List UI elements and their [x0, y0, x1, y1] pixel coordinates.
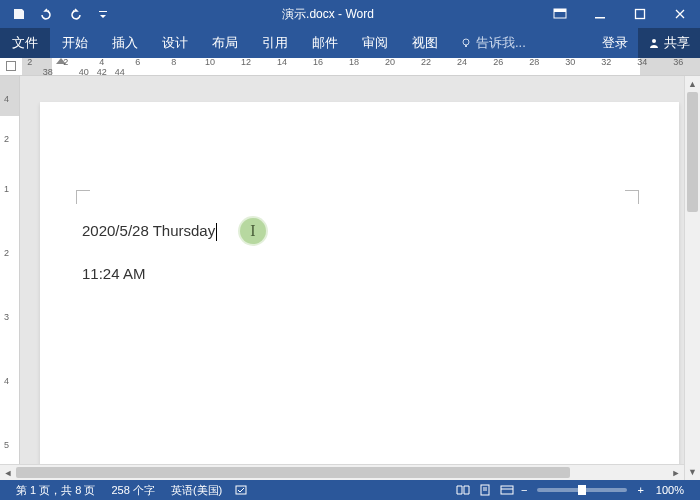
zoom-level[interactable]: 100% — [648, 484, 692, 496]
scrollbar-track[interactable] — [685, 92, 700, 464]
ruler-tick: 14 — [274, 58, 290, 67]
page[interactable]: 2020/5/28 Thursday I 11:24 AM — [40, 102, 679, 480]
scrollbar-thumb[interactable] — [16, 467, 570, 478]
share-button[interactable]: 共享 — [638, 28, 700, 58]
ruler-tick: 38 — [40, 67, 56, 77]
tab-selector[interactable] — [6, 61, 16, 71]
svg-rect-3 — [636, 10, 645, 19]
tell-me-label: 告诉我... — [476, 34, 526, 52]
ruler-vtick: 4 — [4, 376, 9, 386]
tab-view[interactable]: 视图 — [400, 28, 450, 58]
sign-in-button[interactable]: 登录 — [592, 28, 638, 58]
horizontal-scrollbar[interactable]: ◄ ► — [0, 464, 684, 480]
margin-corner-tr — [625, 190, 639, 204]
ruler-vtick: 5 — [4, 440, 9, 450]
tell-me-search[interactable]: 告诉我... — [450, 28, 536, 58]
tab-references[interactable]: 引用 — [250, 28, 300, 58]
zoom-in-button[interactable]: + — [633, 484, 647, 496]
document-body[interactable]: 2020/5/28 Thursday I 11:24 AM — [40, 102, 679, 346]
tab-mailings[interactable]: 邮件 — [300, 28, 350, 58]
ruler-tick: 36 — [671, 58, 687, 67]
close-button[interactable] — [660, 0, 700, 28]
scroll-right-button[interactable]: ► — [668, 465, 684, 480]
scroll-up-button[interactable]: ▲ — [685, 76, 700, 92]
share-icon — [648, 37, 660, 49]
zoom-out-button[interactable]: − — [517, 484, 531, 496]
ruler-tick: 20 — [382, 58, 398, 67]
web-layout-button[interactable] — [497, 481, 517, 499]
svg-rect-5 — [465, 45, 467, 47]
page-number-status[interactable]: 第 1 页，共 8 页 — [8, 483, 103, 498]
svg-point-4 — [463, 39, 469, 45]
scrollbar-track[interactable] — [16, 465, 668, 480]
zoom-slider-knob[interactable] — [578, 485, 586, 495]
status-bar: 第 1 页，共 8 页 258 个字 英语(美国) − + 100% — [0, 480, 700, 500]
svg-rect-7 — [236, 486, 246, 494]
print-layout-icon — [479, 484, 491, 496]
tab-home[interactable]: 开始 — [50, 28, 100, 58]
ruler-tick: 32 — [599, 58, 615, 67]
ruler-tick: 2 — [22, 58, 38, 67]
ruler-vtick: 4 — [4, 94, 9, 104]
document-area[interactable]: 2020/5/28 Thursday I 11:24 AM — [20, 76, 700, 480]
maximize-icon — [634, 8, 646, 20]
text-line[interactable]: 2020/5/28 Thursday I — [82, 222, 637, 241]
svg-rect-2 — [595, 17, 605, 19]
ruler-tick: 12 — [238, 58, 254, 67]
read-mode-icon — [456, 484, 470, 496]
ribbon-display-options-button[interactable] — [540, 0, 580, 28]
undo-button[interactable] — [34, 2, 60, 26]
web-layout-icon — [500, 484, 514, 496]
save-icon — [12, 7, 26, 21]
read-mode-button[interactable] — [453, 481, 473, 499]
proofing-icon[interactable] — [234, 483, 248, 497]
ruler-tick: 10 — [202, 58, 218, 67]
ruler-tick: 18 — [346, 58, 362, 67]
vertical-scrollbar[interactable]: ▲ ▼ — [684, 76, 700, 480]
ruler-tick: 6 — [130, 58, 146, 67]
scrollbar-thumb[interactable] — [687, 92, 698, 212]
window-controls — [540, 0, 700, 28]
tab-insert[interactable]: 插入 — [100, 28, 150, 58]
svg-point-6 — [652, 39, 656, 43]
ruler-vtick: 2 — [4, 248, 9, 258]
ruler-tick: 2 — [58, 58, 74, 67]
ruler-tick: 34 — [635, 58, 651, 67]
tab-design[interactable]: 设计 — [150, 28, 200, 58]
horizontal-ruler[interactable]: 2 2 4 6 8 10 12 14 16 18 20 22 24 26 28 … — [0, 58, 700, 76]
share-label: 共享 — [664, 34, 690, 52]
qat-customize-button[interactable] — [90, 2, 116, 26]
sign-in-label: 登录 — [602, 34, 628, 52]
ruler-tick: 22 — [418, 58, 434, 67]
tab-layout[interactable]: 布局 — [200, 28, 250, 58]
margin-corner-tl — [76, 190, 90, 204]
word-count-status[interactable]: 258 个字 — [103, 483, 162, 498]
maximize-button[interactable] — [620, 0, 660, 28]
minimize-button[interactable] — [580, 0, 620, 28]
ribbon-tabs: 文件 开始 插入 设计 布局 引用 邮件 审阅 视图 告诉我... 登录 共享 — [0, 28, 700, 58]
vertical-ruler[interactable]: 4 2 1 2 3 4 5 — [0, 76, 20, 480]
document-text[interactable]: 11:24 AM — [82, 265, 145, 282]
scroll-down-button[interactable]: ▼ — [685, 464, 700, 480]
text-caret — [216, 223, 217, 241]
undo-icon — [40, 7, 54, 21]
tab-file[interactable]: 文件 — [0, 28, 50, 58]
lightbulb-icon — [460, 37, 472, 49]
text-line[interactable]: 11:24 AM — [82, 265, 637, 282]
top-margin-area — [0, 76, 19, 116]
ruler-tick: 24 — [454, 58, 470, 67]
ruler-tick: 26 — [490, 58, 506, 67]
ruler-tick: 42 — [94, 67, 110, 77]
svg-rect-1 — [554, 9, 566, 12]
redo-icon — [68, 7, 82, 21]
print-layout-button[interactable] — [475, 481, 495, 499]
zoom-slider[interactable] — [537, 488, 627, 492]
tab-review[interactable]: 审阅 — [350, 28, 400, 58]
ruler-tick: 8 — [166, 58, 182, 67]
redo-button[interactable] — [62, 2, 88, 26]
window-title: 演示.docx - Word — [116, 6, 540, 23]
save-button[interactable] — [6, 2, 32, 26]
document-text[interactable]: 2020/5/28 Thursday — [82, 222, 215, 239]
scroll-left-button[interactable]: ◄ — [0, 465, 16, 480]
language-status[interactable]: 英语(美国) — [163, 483, 230, 498]
